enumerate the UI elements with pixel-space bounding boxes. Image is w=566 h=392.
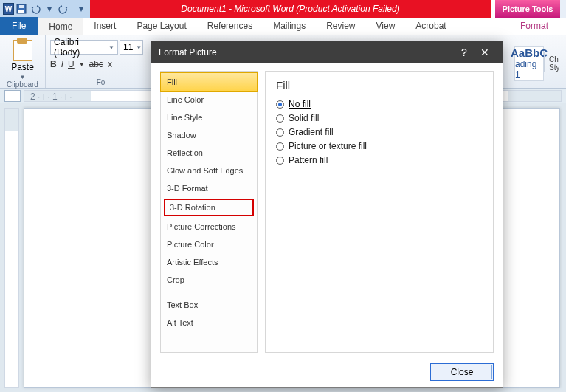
category-crop[interactable]: Crop [161, 271, 257, 289]
save-icon[interactable] [15, 2, 28, 16]
ribbon-right-fragment: AaBbC ading 1 Ch Sty [514, 35, 566, 88]
dialog-close-button[interactable]: ✕ [474, 47, 495, 58]
strike-button[interactable]: abc [89, 59, 103, 69]
category-picture-corrections[interactable]: Picture Corrections [161, 218, 257, 235]
ribbon-tabs: File Home Insert Page Layout References … [0, 18, 566, 35]
qat-customize-icon[interactable]: ▾ [75, 2, 87, 16]
category-picture-color[interactable]: Picture Color [161, 235, 257, 253]
category-text-box[interactable]: Text Box [161, 296, 257, 314]
tab-references[interactable]: References [197, 17, 263, 35]
font-name-value: Calibri (Body) [54, 37, 106, 58]
undo-dropdown-icon[interactable]: ▾ [44, 2, 56, 16]
clipboard-group-label: Clipboard [4, 80, 41, 90]
font-row1: Calibri (Body)▼ 11▼ [50, 40, 151, 55]
group-font: Calibri (Body)▼ 11▼ B I U ▼ abc x Fo [46, 35, 156, 88]
italic-button[interactable]: I [61, 59, 63, 69]
underline-dropdown-icon[interactable]: ▼ [79, 61, 85, 68]
tab-view[interactable]: View [366, 17, 406, 35]
paste-label: Paste [11, 62, 34, 72]
title-tail [560, 0, 566, 18]
qat-separator [72, 4, 72, 14]
tab-home[interactable]: Home [38, 18, 83, 35]
vruler-margin [5, 109, 18, 131]
category-pane: Fill No fill Solid fill Gradient fill Pi… [265, 71, 494, 353]
font-group-label: Fo [50, 78, 151, 88]
font-name-combo[interactable]: Calibri (Body)▼ [50, 40, 118, 55]
dialog-title-text: Format Picture [159, 47, 217, 58]
dialog-body: Fill Line Color Line Style Shadow Reflec… [151, 63, 503, 357]
tab-insert[interactable]: Insert [83, 17, 126, 35]
radio-label: Solid fill [289, 113, 319, 123]
svg-rect-2 [19, 5, 24, 8]
dialog-help-button[interactable]: ? [454, 47, 474, 58]
category-line-style[interactable]: Line Style [161, 109, 257, 126]
radio-solid-fill[interactable]: Solid fill [276, 113, 483, 123]
tab-acrobat[interactable]: Acrobat [405, 17, 456, 35]
radio-pattern-fill[interactable]: Pattern fill [276, 155, 483, 165]
title-bar: W ▾ ▾ Document1 - Microsoft Word (Produc… [0, 0, 566, 18]
radio-label: Gradient fill [289, 127, 334, 137]
radio-icon [276, 142, 284, 151]
group-clipboard: Paste ▼ Clipboard [0, 35, 46, 88]
bold-button[interactable]: B [50, 59, 57, 69]
subscript-button[interactable]: x [108, 59, 112, 69]
paste-dropdown-icon[interactable]: ▼ [20, 74, 26, 80]
style-preview-text: AaBbC [511, 47, 548, 59]
font-size-value: 11 [123, 42, 133, 52]
category-glow-soft-edges[interactable]: Glow and Soft Edges [161, 162, 257, 179]
category-line-color[interactable]: Line Color [161, 91, 257, 109]
underline-button[interactable]: U [68, 59, 75, 69]
category-fill[interactable]: Fill [160, 72, 258, 92]
radio-label: Pattern fill [289, 155, 328, 165]
vertical-ruler[interactable] [4, 108, 19, 388]
redo-icon[interactable] [57, 2, 69, 16]
picture-tools-context-title: Picture Tools [495, 0, 560, 18]
tab-format[interactable]: Format [510, 17, 559, 35]
font-row2: B I U ▼ abc x [50, 59, 151, 69]
style-tile-heading1[interactable]: AaBbC ading 1 [514, 46, 544, 81]
clipboard-icon [13, 40, 32, 61]
chevron-down-icon: ▼ [108, 44, 114, 51]
category-3d-rotation[interactable]: 3-D Rotation [164, 199, 254, 216]
undo-icon[interactable] [30, 2, 42, 16]
view-selector-icon[interactable] [4, 90, 21, 102]
style-name: ading 1 [515, 59, 543, 80]
tab-review[interactable]: Review [316, 17, 365, 35]
radio-icon [276, 128, 284, 137]
font-size-combo[interactable]: 11▼ [120, 40, 143, 55]
styles-fragment[interactable]: Sty [549, 63, 559, 72]
chevron-down-icon: ▼ [136, 44, 142, 51]
paste-button[interactable]: Paste ▼ [4, 37, 41, 80]
radio-gradient-fill[interactable]: Gradient fill [276, 127, 483, 137]
pane-heading: Fill [276, 79, 483, 92]
close-button[interactable]: Close [430, 363, 494, 381]
dialog-footer: Close [151, 357, 503, 387]
word-app-icon[interactable]: W [3, 3, 14, 15]
change-styles-fragment[interactable]: Ch [549, 55, 559, 63]
radio-label: Picture or texture fill [289, 141, 367, 151]
tab-page-layout[interactable]: Page Layout [126, 17, 196, 35]
radio-icon [276, 157, 284, 165]
format-picture-dialog: Format Picture ? ✕ Fill Line Color Line … [151, 41, 503, 388]
category-alt-text[interactable]: Alt Text [161, 314, 257, 331]
svg-rect-1 [18, 10, 24, 13]
ruler-ticks-left: 2 · ı · 1 · ı · [30, 92, 72, 102]
category-3d-format[interactable]: 3-D Format [161, 179, 257, 197]
tab-file[interactable]: File [0, 17, 38, 35]
category-artistic-effects[interactable]: Artistic Effects [161, 253, 257, 271]
category-list: Fill Line Color Line Style Shadow Reflec… [160, 71, 258, 353]
window-title: Document1 - Microsoft Word (Product Acti… [90, 0, 491, 18]
dialog-titlebar[interactable]: Format Picture ? ✕ [151, 41, 503, 63]
ruler-right-margin [508, 91, 561, 101]
radio-icon [276, 114, 284, 123]
category-shadow[interactable]: Shadow [161, 126, 257, 144]
radio-label: No fill [289, 99, 311, 109]
category-reflection[interactable]: Reflection [161, 144, 257, 162]
quick-access-toolbar: W ▾ ▾ [0, 0, 90, 18]
radio-no-fill[interactable]: No fill [276, 99, 483, 109]
tab-mailings[interactable]: Mailings [263, 17, 316, 35]
radio-icon [276, 100, 284, 109]
radio-picture-texture-fill[interactable]: Picture or texture fill [276, 141, 483, 151]
editing-group-fragment: Ch Sty [544, 52, 566, 72]
